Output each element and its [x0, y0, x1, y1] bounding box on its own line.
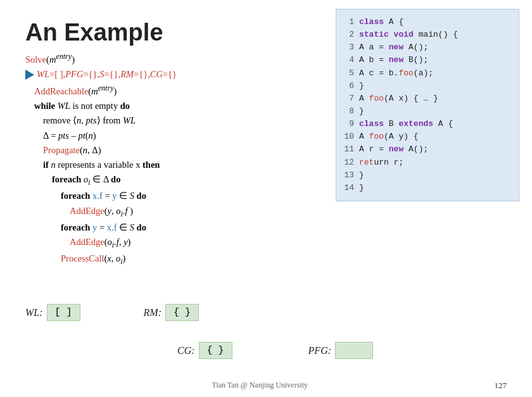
foreach2-line: foreach x.f = y ∈ S do	[25, 189, 342, 203]
code-line: 8}	[344, 105, 511, 118]
bottom-row1: WL: [ ] RM: { }	[25, 304, 199, 321]
code-line: 12 return r;	[344, 156, 511, 169]
solve-label: Solve	[25, 54, 46, 65]
code-content: A b = new B();	[359, 54, 428, 66]
code-content: A r = new A();	[359, 143, 428, 156]
code-line: 2 static void main() {	[344, 28, 511, 41]
rm-box: RM: { }	[144, 304, 199, 321]
code-content: }	[359, 182, 364, 194]
rm-value: { }	[165, 304, 199, 321]
line-number: 13	[344, 169, 354, 182]
addedge1-line: AddEdge(y, oi.f )	[25, 204, 342, 220]
code-line: 10 A foo(A y) {	[344, 130, 511, 143]
code-content: }	[359, 105, 364, 118]
code-line: 13 }	[344, 169, 511, 182]
while-line: while WL is not empty do	[25, 99, 342, 113]
code-content: class B extends A {	[359, 118, 453, 130]
cg-value: { }	[199, 342, 232, 359]
footer-center: Tian Tan @ Nanjing University	[25, 381, 495, 391]
code-content: A foo(A y) {	[359, 130, 419, 143]
code-content: A c = b.foo(a);	[359, 67, 433, 80]
solve-line: Solve(mentry)	[25, 51, 342, 67]
code-content: return r;	[359, 156, 403, 169]
pfg-box: PFG:	[308, 342, 373, 359]
line-number: 6	[344, 80, 354, 92]
line-number: 14	[344, 182, 354, 194]
bottom-row2: CG: { } PFG:	[177, 342, 373, 359]
if-line: if n represents a variable x then	[25, 158, 342, 172]
propagate-line: Propagate(n, Δ)	[25, 143, 342, 158]
line-number: 1	[344, 16, 354, 28]
delta-line: Δ = pts – pt(n)	[25, 129, 342, 143]
algorithm-panel: Solve(mentry) WL=[ ],PFG={},S={},RM={},C…	[25, 51, 342, 268]
code-line: 14}	[344, 182, 511, 194]
cg-box: CG: { }	[177, 342, 232, 359]
cg-label: CG:	[177, 345, 195, 356]
pfg-label: PFG:	[308, 345, 331, 356]
line-number: 7	[344, 92, 354, 105]
code-line: 1class A {	[344, 16, 511, 28]
remove-line: remove ⟨n, pts⟩ from WL	[25, 113, 342, 128]
init-values: WL	[37, 67, 49, 82]
line-number: 3	[344, 41, 354, 54]
line-number: 11	[344, 143, 354, 156]
footer: Tian Tan @ Nanjing University 127	[0, 381, 532, 391]
wl-box: WL: [ ]	[25, 304, 80, 321]
code-line: 9class B extends A {	[344, 118, 511, 130]
code-line: 11 A r = new A();	[344, 143, 511, 156]
line-number: 4	[344, 54, 354, 66]
slide: An Example Solve(mentry) WL=[ ],PFG={},S…	[0, 0, 532, 397]
code-line: 3 A a = new A();	[344, 41, 511, 54]
code-content: A a = new A();	[359, 41, 428, 54]
line-number: 8	[344, 105, 354, 118]
code-line: 7 A foo(A x) { … }	[344, 92, 511, 105]
wl-value: [ ]	[47, 304, 80, 321]
code-content: class A {	[359, 16, 403, 28]
rm-label: RM:	[144, 307, 162, 318]
line-number: 12	[344, 156, 354, 169]
code-panel: 1class A {2 static void main() {3 A a = …	[336, 9, 519, 201]
init-line: WL=[ ],PFG={},S={},RM={},CG={}	[25, 67, 342, 82]
line-number: 5	[344, 67, 354, 80]
line-number: 10	[344, 130, 354, 143]
wl-label: WL:	[25, 307, 43, 318]
code-content: }	[359, 169, 364, 182]
code-line: 4 A b = new B();	[344, 54, 511, 66]
page-number: 127	[495, 381, 507, 391]
foreach3-line: foreach y = x.f ∈ S do	[25, 220, 342, 235]
line-number: 9	[344, 118, 354, 130]
processcall-line: ProcessCall(x, oi)	[25, 251, 342, 268]
code-content: }	[359, 80, 364, 92]
add-reachable-line: AddReachable(mentry)	[25, 82, 342, 99]
foreach1-line: foreach oi ∈ Δ do	[25, 172, 342, 189]
code-content: static void main() {	[359, 28, 458, 41]
code-content: A foo(A x) { … }	[359, 92, 438, 105]
code-line: 6 }	[344, 80, 511, 92]
code-line: 5 A c = b.foo(a);	[344, 67, 511, 80]
line-number: 2	[344, 28, 354, 41]
addedge2-line: AddEdge(oi.f, y)	[25, 235, 342, 251]
arrow-icon	[25, 70, 34, 80]
pfg-value	[335, 342, 373, 359]
